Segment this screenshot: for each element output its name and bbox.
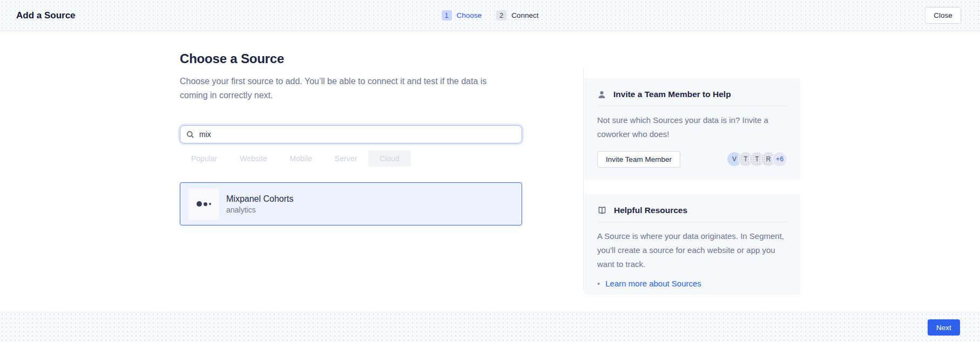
step-connect-label: Connect [511, 11, 538, 19]
invite-card-title: Invite a Team Member to Help [613, 90, 731, 99]
invite-team-member-button[interactable]: Invite Team Member [597, 151, 680, 168]
step-connect[interactable]: 2 Connect [496, 10, 538, 20]
invite-team-member-card: Invite a Team Member to Help Not sure wh… [584, 78, 800, 180]
step-choose-number: 1 [442, 10, 452, 20]
learn-more-sources-link[interactable]: Learn more about Sources [605, 279, 701, 288]
step-choose-label: Choose [457, 11, 482, 19]
tab-mobile[interactable]: Mobile [279, 151, 323, 167]
divider [597, 106, 787, 106]
close-button[interactable]: Close [925, 7, 961, 24]
category-tabs: Popular Website Mobile Server Cloud [180, 151, 522, 167]
source-card-mixpanel-cohorts[interactable]: Mixpanel Cohorts analytics [180, 182, 522, 225]
helpful-resources-card: Helpful Resources A Source is where your… [584, 194, 800, 295]
person-icon [597, 90, 606, 99]
tab-server[interactable]: Server [323, 151, 368, 167]
stepper: 1 Choose 2 Connect [442, 10, 539, 20]
resources-card-body: A Source is where your data originates. … [597, 229, 787, 272]
source-card-text: Mixpanel Cohorts analytics [226, 194, 294, 214]
source-search-box[interactable] [180, 125, 522, 143]
divider [597, 222, 787, 222]
tab-popular[interactable]: Popular [180, 151, 228, 167]
avatar-overflow-count: +6 [772, 152, 787, 167]
step-choose[interactable]: 1 Choose [442, 10, 482, 20]
mixpanel-cohorts-logo-icon [188, 189, 219, 220]
page-title: Add a Source [16, 10, 76, 21]
footer: Next [0, 312, 980, 342]
source-card-title: Mixpanel Cohorts [226, 194, 294, 204]
search-icon [186, 131, 194, 139]
search-input[interactable] [199, 130, 516, 139]
open-book-icon [597, 206, 607, 215]
help-sidebar: Invite a Team Member to Help Not sure wh… [584, 51, 800, 312]
sidebar-divider-line [583, 67, 584, 290]
step-connect-number: 2 [496, 10, 506, 20]
team-avatars: V T T R +6 [727, 152, 787, 167]
next-button[interactable]: Next [928, 319, 960, 336]
main-content: Choose a Source Choose your first source… [0, 31, 980, 312]
header: Add a Source 1 Choose 2 Connect Close [0, 0, 980, 31]
resources-card-title: Helpful Resources [614, 206, 687, 215]
bullet-icon: • [597, 279, 600, 288]
source-card-category: analytics [226, 206, 294, 214]
add-source-page: Add a Source 1 Choose 2 Connect Close Ch… [0, 0, 980, 342]
invite-card-body: Not sure which Sources your data is in? … [597, 113, 787, 142]
resource-list-item: • Learn more about Sources [597, 279, 787, 288]
choose-source-description: Choose your first source to add. You’ll … [180, 74, 503, 102]
choose-source-heading: Choose a Source [180, 51, 522, 66]
tab-website[interactable]: Website [228, 151, 278, 167]
source-picker-column: Choose a Source Choose your first source… [180, 51, 522, 312]
tab-cloud[interactable]: Cloud [368, 151, 411, 167]
